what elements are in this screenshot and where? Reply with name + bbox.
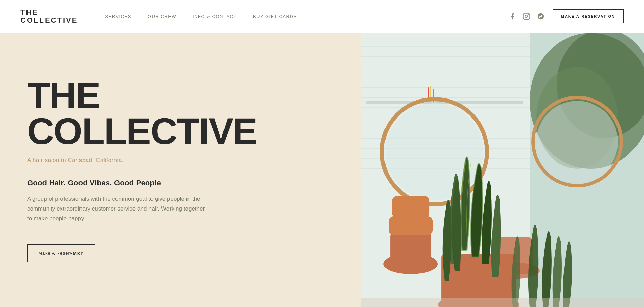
svg-rect-35 bbox=[392, 196, 429, 218]
hero-description: A group of professionals with the common… bbox=[27, 194, 211, 224]
nav-services[interactable]: SERVICES bbox=[105, 14, 131, 19]
salon-interior-image bbox=[361, 33, 644, 307]
logo-line1: THE bbox=[20, 8, 78, 16]
yelp-icon[interactable] bbox=[537, 13, 544, 20]
svg-point-2 bbox=[528, 14, 529, 15]
instagram-icon[interactable] bbox=[523, 13, 530, 20]
hero-title: THE COLLECTIVE bbox=[27, 78, 334, 149]
site-header: THE COLLECTIVE SERVICES OUR CREW INFO & … bbox=[0, 0, 644, 33]
hero-reservation-button[interactable]: Make A Reservation bbox=[27, 244, 95, 262]
header-left: THE COLLECTIVE SERVICES OUR CREW INFO & … bbox=[20, 8, 297, 24]
hero-image bbox=[361, 33, 644, 307]
social-icons bbox=[508, 13, 544, 20]
svg-point-1 bbox=[525, 15, 527, 17]
svg-rect-34 bbox=[389, 216, 433, 235]
hero-content: THE COLLECTIVE A hair salon in Carlsbad,… bbox=[0, 33, 361, 307]
nav-our-crew[interactable]: OUR CREW bbox=[148, 14, 176, 19]
main-nav: SERVICES OUR CREW INFO & CONTACT BUY GIF… bbox=[105, 14, 297, 19]
nav-info-contact[interactable]: INFO & CONTACT bbox=[193, 14, 237, 19]
facebook-icon[interactable] bbox=[508, 13, 516, 20]
nav-buy-gift-cards[interactable]: BUY GIFT CARDS bbox=[253, 14, 297, 19]
header-right: MAKE A RESERVATION bbox=[508, 9, 624, 23]
svg-rect-0 bbox=[523, 13, 530, 19]
svg-rect-40 bbox=[361, 298, 644, 307]
header-reservation-button[interactable]: MAKE A RESERVATION bbox=[553, 9, 624, 23]
logo-line2: COLLECTIVE bbox=[20, 16, 78, 24]
hero-section: THE COLLECTIVE A hair salon in Carlsbad,… bbox=[0, 33, 644, 307]
hero-title-line2: COLLECTIVE bbox=[27, 110, 257, 152]
logo[interactable]: THE COLLECTIVE bbox=[20, 8, 78, 24]
hero-tagline: Good Hair. Good Vibes. Good People bbox=[27, 179, 334, 187]
svg-point-31 bbox=[536, 101, 618, 182]
hero-subtitle: A hair salon in Carlsbad, California. bbox=[27, 157, 334, 164]
svg-rect-33 bbox=[390, 230, 431, 267]
